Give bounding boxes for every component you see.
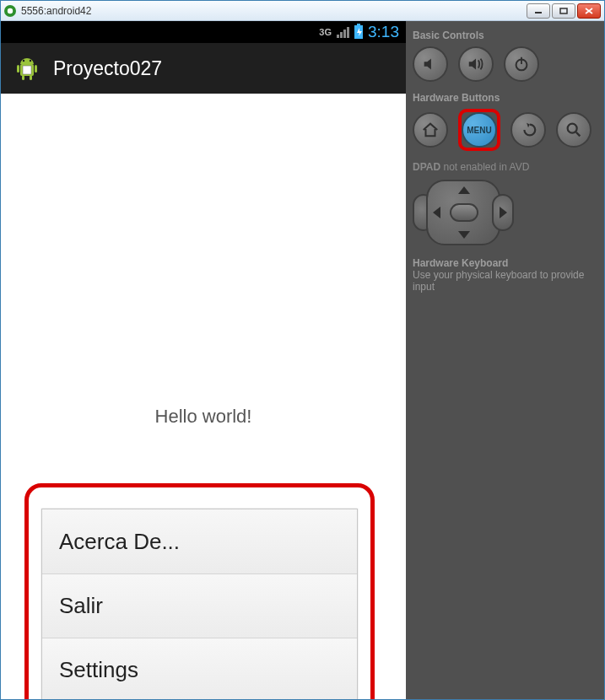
options-menu: Acerca De... Salir Settings	[41, 509, 358, 699]
annotation-menu-button-highlight: MENU	[458, 109, 500, 151]
hardware-keyboard-note: Use your physical keyboard to provide in…	[413, 269, 597, 293]
svg-rect-8	[22, 75, 24, 80]
menu-button-label: MENU	[467, 126, 491, 135]
volume-up-button[interactable]	[458, 46, 494, 82]
status-bar[interactable]: 3G 3:13	[1, 21, 406, 43]
menu-button[interactable]: MENU	[462, 112, 497, 148]
svg-rect-13	[521, 57, 522, 64]
home-button[interactable]	[413, 112, 448, 148]
svg-point-14	[568, 124, 577, 133]
network-indicator: 3G	[319, 27, 332, 37]
dpad	[413, 180, 514, 245]
search-button[interactable]	[556, 112, 591, 148]
dpad-status: DPAD not enabled in AVD	[413, 161, 597, 173]
volume-down-button[interactable]	[413, 46, 448, 82]
hardware-buttons-label: Hardware Buttons	[413, 92, 597, 104]
svg-point-5	[30, 60, 31, 62]
action-bar: Proyecto027	[1, 43, 406, 94]
app-icon	[4, 5, 16, 17]
svg-rect-9	[30, 75, 32, 80]
svg-point-4	[23, 60, 24, 62]
signal-icon	[337, 26, 349, 38]
emulator-window: 5556:android42 3G 3:13	[0, 0, 605, 700]
dpad-down	[458, 231, 470, 239]
svg-rect-10	[23, 66, 31, 74]
hello-text: Hello world!	[1, 406, 406, 428]
android-icon	[13, 54, 41, 83]
battery-icon	[354, 25, 363, 39]
window-title: 5556:android42	[21, 5, 91, 17]
maximize-button[interactable]	[552, 3, 575, 19]
svg-rect-6	[17, 65, 19, 73]
back-button[interactable]	[510, 112, 546, 148]
power-button[interactable]	[504, 46, 539, 82]
dpad-note-text: not enabled in AVD	[443, 161, 529, 173]
hardware-keyboard-label: Hardware Keyboard	[413, 257, 597, 269]
basic-controls-label: Basic Controls	[413, 30, 597, 41]
menu-item-exit[interactable]: Salir	[42, 573, 357, 638]
menu-item-label: Salir	[59, 593, 103, 619]
dpad-left	[433, 207, 440, 218]
dpad-up	[458, 186, 470, 194]
menu-item-about[interactable]: Acerca De...	[42, 509, 357, 573]
app-content: Hello world! Acerca De... Salir Settings	[1, 94, 406, 699]
emulator-controls: Basic Controls Hardware Buttons	[406, 21, 604, 699]
phone-screen: 3G 3:13	[1, 21, 406, 699]
close-button[interactable]	[577, 3, 601, 19]
svg-rect-1	[535, 12, 542, 13]
menu-item-label: Settings	[59, 657, 138, 683]
status-clock: 3:13	[368, 23, 399, 41]
app-title: Proyecto027	[53, 57, 162, 80]
svg-rect-7	[35, 65, 37, 73]
svg-point-0	[8, 8, 13, 13]
menu-item-label: Acerca De...	[59, 529, 180, 555]
dpad-label: DPAD	[413, 161, 440, 173]
dpad-center	[450, 203, 478, 222]
svg-rect-2	[560, 8, 567, 13]
dpad-right	[500, 207, 507, 218]
window-titlebar[interactable]: 5556:android42	[1, 1, 604, 21]
minimize-button[interactable]	[527, 3, 550, 19]
menu-item-settings[interactable]: Settings	[42, 638, 357, 699]
